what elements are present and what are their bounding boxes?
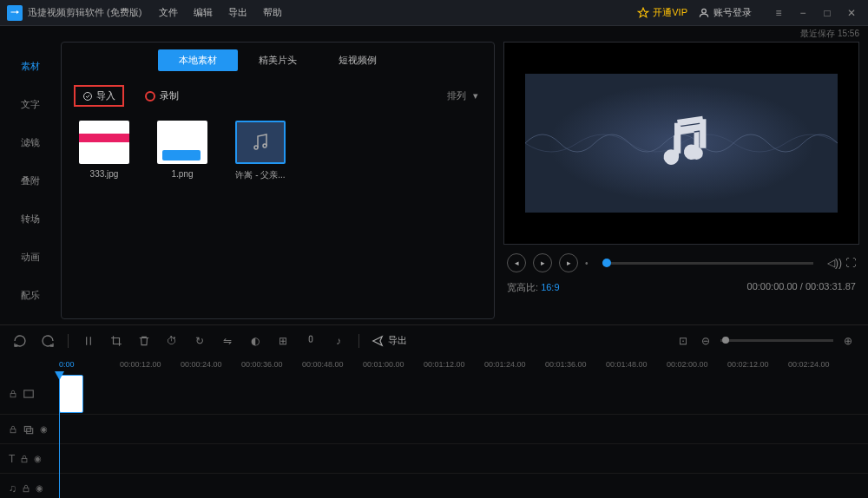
media-item-3[interactable]: 许嵩 - 父亲... xyxy=(233,121,287,181)
speed-button[interactable]: ⏱ xyxy=(164,333,180,349)
zoom-slider[interactable] xyxy=(720,339,833,342)
video-track-icon xyxy=(23,388,35,400)
maximize-button[interactable]: □ xyxy=(818,3,837,23)
media-panel: 本地素材 精美片头 短视频例 导入 录制 排列 ▾ 333.jpg xyxy=(61,42,495,319)
playhead[interactable] xyxy=(59,373,60,498)
track-content-video[interactable] xyxy=(59,373,868,414)
record-button[interactable]: 录制 xyxy=(145,89,179,102)
sidebar-item-music[interactable]: 配乐 xyxy=(0,276,61,314)
aspect-value[interactable]: 16:9 xyxy=(541,282,559,292)
login-button[interactable]: 账号登录 xyxy=(698,6,752,19)
menu-edit[interactable]: 编辑 xyxy=(194,6,213,19)
media-item-1[interactable]: 333.jpg xyxy=(77,121,131,181)
lock-icon[interactable] xyxy=(9,390,17,398)
track-overlay[interactable]: ◉ xyxy=(0,415,868,444)
tool-7[interactable]: ◐ xyxy=(247,333,263,349)
svg-point-0 xyxy=(702,9,707,13)
separator xyxy=(358,334,359,348)
play-button[interactable]: ▸ xyxy=(533,253,552,272)
close-button[interactable]: ✕ xyxy=(842,3,861,23)
sidebar-item-overlay[interactable]: 叠附 xyxy=(0,161,61,200)
titlebar: 迅捷视频剪辑软件 (免费版) 文件 编辑 导出 帮助 开通VIP 账号登录 ≡ … xyxy=(0,0,868,26)
track-video[interactable] xyxy=(0,373,868,415)
vip-label: 开通VIP xyxy=(653,6,687,19)
media-name-1: 333.jpg xyxy=(90,169,119,179)
sort-dropdown[interactable]: 排列 ▾ xyxy=(447,89,482,102)
tab-local-media[interactable]: 本地素材 xyxy=(158,49,238,71)
svg-rect-7 xyxy=(24,390,34,396)
tab-intros[interactable]: 精美片头 xyxy=(238,49,318,71)
track-content-overlay[interactable] xyxy=(59,415,868,443)
tool-10[interactable]: ♪ xyxy=(331,333,346,349)
record-icon xyxy=(145,91,155,102)
timeline-toolbar: ⏱ ↻ ⇋ ◐ ⊞ ♪ 导出 ⊡ ⊖ ⊕ xyxy=(0,324,868,356)
zoom-out-button[interactable]: ⊖ xyxy=(698,333,713,349)
media-thumb-3 xyxy=(235,121,286,164)
lock-icon[interactable] xyxy=(9,425,17,434)
music-icon-large xyxy=(651,113,712,174)
delete-button[interactable] xyxy=(136,333,152,349)
next-frame-button[interactable]: ▸ xyxy=(559,253,578,272)
preview-controls: ◂ ▸ ▸ • ◁)) ⛶ xyxy=(503,245,859,281)
sidebar-item-animation[interactable]: 动画 xyxy=(0,238,61,276)
sidebar-item-filter[interactable]: 滤镜 xyxy=(0,123,61,161)
ruler-mark-9: 00:01:48.00 xyxy=(606,360,648,369)
menu-bar: 文件 编辑 导出 帮助 xyxy=(159,6,282,19)
zoom-handle[interactable] xyxy=(722,337,729,344)
menu-help[interactable]: 帮助 xyxy=(263,6,282,19)
visibility-icon[interactable]: ◉ xyxy=(40,424,48,434)
ruler-mark-8: 00:01:36.00 xyxy=(545,360,587,369)
ruler-mark-7: 00:01:24.00 xyxy=(484,360,526,369)
volume-icon[interactable]: ◁)) xyxy=(827,257,842,269)
ruler-mark-12: 00:02:24.00 xyxy=(788,360,830,369)
preview-info: 宽高比: 16:9 00:00:00.00 / 00:03:31.87 xyxy=(503,281,859,294)
menu-file[interactable]: 文件 xyxy=(159,6,178,19)
track-audio[interactable]: ♫ ◉ xyxy=(0,474,868,498)
music-icon xyxy=(250,132,271,153)
visibility-icon[interactable]: ◉ xyxy=(36,483,43,493)
ruler-mark-5: 00:01:00.00 xyxy=(363,360,404,369)
tab-short-video[interactable]: 短视频例 xyxy=(318,49,398,71)
crop-button[interactable] xyxy=(108,333,124,349)
export-button[interactable]: 导出 xyxy=(372,334,407,347)
timeline-ruler[interactable]: 0:00 00:00:12.00 00:00:24.00 00:00:36.00… xyxy=(0,356,868,373)
sidebar-item-transition[interactable]: 转场 xyxy=(0,200,61,238)
prev-frame-button[interactable]: ◂ xyxy=(507,253,526,272)
svg-rect-12 xyxy=(23,488,29,491)
visibility-icon[interactable]: ◉ xyxy=(34,454,42,463)
media-name-2: 1.png xyxy=(171,169,193,179)
lock-icon[interactable] xyxy=(20,455,29,463)
undo-button[interactable] xyxy=(12,333,28,349)
minimize-button[interactable]: − xyxy=(793,3,812,23)
mirror-button[interactable]: ⇋ xyxy=(220,333,235,349)
track-header-text: T ◉ xyxy=(0,453,59,465)
vip-button[interactable]: 开通VIP xyxy=(637,6,687,19)
rotate-button[interactable]: ↻ xyxy=(192,333,207,349)
tool-8[interactable]: ⊞ xyxy=(275,333,291,349)
progress-bar[interactable] xyxy=(602,262,813,265)
track-content-audio[interactable] xyxy=(59,474,868,498)
audio-button[interactable] xyxy=(303,333,319,349)
sidebar-item-media[interactable]: 素材 xyxy=(0,47,61,85)
window-controls: ≡ − □ ✕ xyxy=(769,3,861,23)
menu-export[interactable]: 导出 xyxy=(228,6,247,19)
track-content-text[interactable] xyxy=(59,444,868,473)
lock-icon[interactable] xyxy=(22,484,30,493)
svg-point-1 xyxy=(84,92,92,100)
track-text[interactable]: T ◉ xyxy=(0,444,868,474)
split-button[interactable] xyxy=(81,333,96,349)
sidebar-item-text[interactable]: 文字 xyxy=(0,85,61,123)
track-header-overlay: ◉ xyxy=(0,423,59,436)
progress-handle[interactable] xyxy=(602,259,611,267)
media-item-2[interactable]: 1.png xyxy=(155,121,209,181)
preview-waveform xyxy=(525,74,838,213)
video-clip-1[interactable] xyxy=(59,375,83,413)
svg-point-3 xyxy=(263,144,266,147)
volume-controls: ◁)) ⛶ xyxy=(827,257,856,269)
redo-button[interactable] xyxy=(40,333,56,349)
settings-icon[interactable]: ≡ xyxy=(769,3,788,23)
fullscreen-icon[interactable]: ⛶ xyxy=(845,257,856,269)
fit-button[interactable]: ⊡ xyxy=(675,333,691,349)
zoom-in-button[interactable]: ⊕ xyxy=(840,333,856,349)
import-button[interactable]: 导入 xyxy=(74,85,124,107)
